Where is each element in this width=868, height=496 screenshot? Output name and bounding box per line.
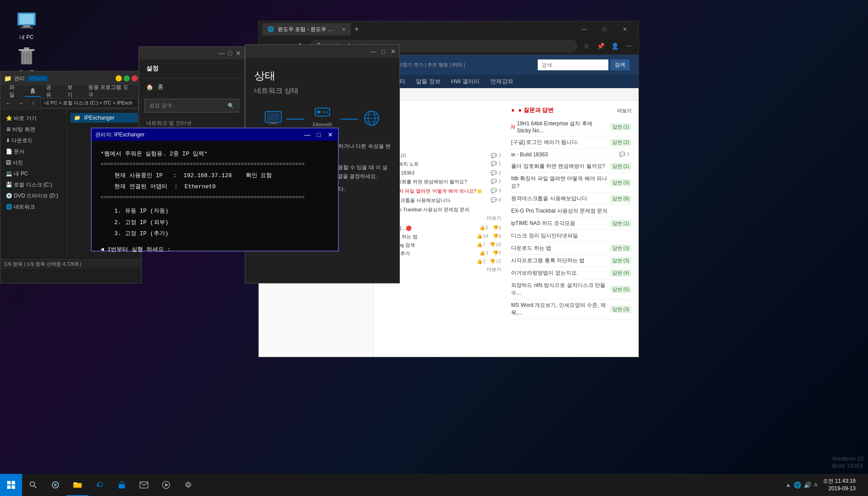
address-bar[interactable]: 내 PC > 로컬 디스크 (C:) > ITC > IPExch: [40, 98, 139, 108]
network-win-maximize[interactable]: □: [382, 48, 385, 55]
taskbar-file-explorer-btn[interactable]: [66, 474, 89, 496]
qa-more-btn[interactable]: 더보기: [617, 108, 632, 114]
ipex-minimize[interactable]: —: [303, 131, 311, 138]
settings-close[interactable]: ✕: [236, 50, 241, 57]
taskbar-cortana[interactable]: [44, 474, 66, 496]
settings-maximize[interactable]: □: [229, 50, 232, 57]
show-desktop-btn[interactable]: [861, 474, 864, 496]
nav-up-btn[interactable]: ↑: [28, 98, 39, 108]
taskbar-edge-btn[interactable]: [89, 474, 111, 496]
taskbar-media-btn[interactable]: [155, 474, 177, 496]
qa-item-1[interactable]: [구글] 로그인 에러가 뜹니다. 답변 (2): [511, 136, 632, 149]
tray-up-arrow[interactable]: ▲: [786, 482, 791, 488]
tab-favicon: 🌐: [267, 26, 274, 32]
file-name: IPExchanger: [84, 115, 115, 121]
network-win-minimize[interactable]: —: [370, 48, 376, 55]
minimize-button[interactable]: [116, 75, 122, 81]
network-win-close[interactable]: ✕: [391, 48, 396, 55]
connection-line-1: [287, 119, 304, 120]
site-search-input[interactable]: [538, 59, 608, 70]
sidebar-dvd-drive-d[interactable]: 💿 DVD 드라이브 (D:): [0, 190, 66, 202]
browser-titlebar: 🌐 윈도우 포럼 - 윈도우 사용자 모... ✕ + — □ ✕: [259, 21, 639, 37]
start-button[interactable]: [0, 474, 22, 496]
sidebar-local-disk-c[interactable]: 💾 로컬 디스크 (C:): [0, 179, 66, 190]
svg-rect-6: [24, 47, 29, 49]
qa-item-12[interactable]: 외장하드 ntfs 방식으로 설치디스크 만들 수... 답변 (5): [511, 279, 632, 299]
svg-rect-5: [19, 49, 35, 51]
qa-item-8[interactable]: 디스크 정리 임시인터넷파일: [511, 230, 632, 242]
qa-item-5[interactable]: 원격데스크톱을 사용해보답니다 답변 (8): [511, 193, 632, 205]
sidebar-downloads[interactable]: ⬇ 다운로드: [0, 135, 66, 146]
qa-item-7[interactable]: ipTIME NAS 하드 조각모음 답변 (1): [511, 217, 632, 230]
qa-item-6[interactable]: EX-G Pro Trackbal 사용상의 문제점 문의: [511, 205, 632, 217]
nav-hw[interactable]: HW 갤러리: [451, 78, 480, 85]
qa-item-13[interactable]: MS Word 개요보기, 인세모양의 수준, 제목,... 답변 (3): [511, 299, 632, 319]
sidebar-network[interactable]: 🌐 네트워크: [0, 202, 66, 213]
new-tab-button[interactable]: +: [354, 25, 359, 34]
sidebar-pictures[interactable]: 🖼 사진: [0, 157, 66, 168]
site-search-button[interactable]: 검색: [610, 59, 630, 70]
taskbar-settings-btn[interactable]: [177, 474, 199, 496]
sidebar-this-pc[interactable]: 💻 내 PC: [0, 168, 66, 179]
nav-info[interactable]: 알뜰 정보: [416, 78, 441, 85]
nav-lecture[interactable]: 언제강좌: [490, 78, 513, 85]
tab-file[interactable]: 파일: [4, 85, 25, 97]
tray-volume-icon[interactable]: 🔊: [804, 481, 811, 488]
tab-label: 윈도우 포럼 - 윈도우 사용자 모...: [278, 26, 338, 33]
tab-share[interactable]: 공유: [41, 85, 62, 97]
settings-minimize[interactable]: —: [219, 50, 225, 57]
browser-bookmark-btn[interactable]: ☆: [580, 40, 593, 52]
tray-network-icon[interactable]: 🌐: [794, 481, 801, 488]
nav-back-btn[interactable]: ←: [3, 98, 14, 108]
svg-rect-25: [7, 485, 11, 489]
desktop-icon-my-pc[interactable]: 내 PC: [9, 9, 44, 43]
browser-collections-btn[interactable]: 📌: [594, 40, 607, 52]
browser-maximize[interactable]: □: [594, 21, 615, 37]
qa-item-10[interactable]: 시각프로그램 통록 차단하는 법 답변 (3): [511, 255, 632, 267]
qa-item-0[interactable]: N 19H1 64bit Enterprise 설치 후에 Sticky No.…: [511, 118, 632, 136]
file-item-ipexchanger[interactable]: 📁 IPExchanger: [70, 113, 138, 123]
qa-item-9[interactable]: 다운로드 하는 법 답변 (3): [511, 242, 632, 255]
taskbar-mail-btn[interactable]: [133, 474, 155, 496]
tab-app-tools[interactable]: 응용 프로그램 도구: [83, 85, 138, 97]
site-main-content: 2019-09-10 💬 3 [데이트 패치 노트 💬 1 w - Build …: [374, 101, 639, 357]
nav-forward-btn[interactable]: →: [16, 98, 26, 108]
qa-item-4[interactable]: fdb 확장자 파일 열려면 어떻게 해야 되나요? 답변 (3): [511, 173, 632, 193]
sidebar-desktop[interactable]: 🖥 바탕 화면: [0, 124, 66, 135]
ipex-maximize[interactable]: □: [315, 131, 323, 138]
tab-view[interactable]: 보기: [62, 85, 83, 97]
settings-home[interactable]: 🏠 홈: [139, 78, 244, 95]
svg-point-30: [54, 484, 57, 486]
qa-badge-9: 답변 (3): [610, 244, 632, 252]
qa-item-3[interactable]: 폴더 암호화를 하면 렌섬예방이 될까요? 답변 (1): [511, 160, 632, 173]
clock-time: 오전 11:43:19: [823, 477, 856, 485]
sidebar-quick-access[interactable]: ⭐ 바로 가기: [0, 113, 66, 124]
qa-badge-12: 답변 (5): [610, 286, 632, 293]
settings-search-box[interactable]: 설정 검색 🔍: [144, 99, 239, 112]
browser-account-btn[interactable]: 👤: [608, 40, 621, 52]
tray-keyboard-icon[interactable]: A: [814, 482, 818, 488]
browser-menu-btn[interactable]: ⋯: [623, 40, 635, 52]
browser-close[interactable]: ✕: [615, 21, 635, 37]
file-explorer-title: 관리: [14, 75, 25, 82]
taskbar-store-btn[interactable]: [111, 474, 133, 496]
qa-badge-13: 답변 (3): [610, 306, 632, 313]
qa-bullet: ●: [511, 107, 515, 113]
close-button[interactable]: [132, 75, 138, 81]
qa-item-2[interactable]: w - Build 18363 💬 3: [511, 149, 632, 160]
network-titlebar: — □ ✕: [245, 45, 399, 58]
tab-home[interactable]: 홈: [25, 85, 41, 97]
qa-title: ● ● 질문과 답변 더보기: [511, 106, 632, 114]
sidebar-documents[interactable]: 📄 문서: [0, 146, 66, 157]
ipex-separator-1: ========================================…: [101, 160, 329, 170]
browser-tab-active[interactable]: 🌐 윈도우 포럼 - 윈도우 사용자 모... ✕: [262, 23, 351, 35]
svg-rect-13: [268, 124, 279, 124]
browser-minimize[interactable]: —: [574, 21, 594, 37]
tab-close-btn[interactable]: ✕: [342, 27, 345, 32]
taskbar-clock[interactable]: 오전 11:43:19 2019-09-13: [819, 477, 859, 492]
taskbar-search[interactable]: [22, 474, 44, 496]
maximize-button[interactable]: [124, 75, 130, 81]
qa-text-8: 디스크 정리 임시인터넷파일: [511, 232, 632, 240]
qa-item-11[interactable]: 이거보라링방법이 없는지요. 답변 (4): [511, 267, 632, 279]
ipex-close[interactable]: ✕: [326, 131, 334, 138]
